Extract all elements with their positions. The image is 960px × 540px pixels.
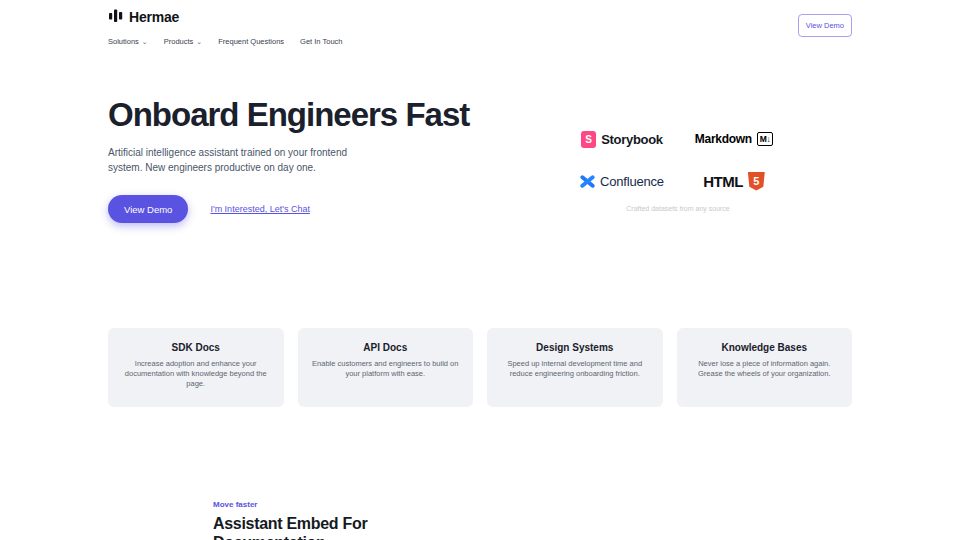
card-body: Speed up internal development time and r… [499, 359, 651, 379]
hermae-logo-icon [108, 8, 124, 25]
html5-logo: HTML 5 [678, 171, 790, 191]
brand-name: Hermae [129, 9, 179, 25]
nav-view-demo-button[interactable]: View Demo [798, 14, 852, 37]
html5-wordmark: HTML [703, 173, 743, 190]
embed-section: Move faster Assistant Embed For Document… [108, 500, 852, 540]
logo-wall: S Storybook Markdown M↓ Confluence [566, 129, 790, 223]
feature-cards: SDK Docs Increase adoption and enhance y… [108, 328, 852, 407]
hero-section: Onboard Engineers Fast Artificial intell… [108, 93, 852, 223]
landing-page: Hermae Solutions ⌄ Products ⌄ Frequent Q… [108, 0, 852, 540]
navbar: Hermae Solutions ⌄ Products ⌄ Frequent Q… [108, 0, 852, 46]
card-body: Increase adoption and enhance your docum… [120, 359, 272, 389]
nav-item-frequent-questions[interactable]: Frequent Questions [218, 37, 284, 46]
confluence-logo: Confluence [566, 171, 678, 191]
storybook-logo: S Storybook [566, 129, 678, 149]
nav-links: Solutions ⌄ Products ⌄ Frequent Question… [108, 37, 852, 46]
hero-subtitle: Artificial intelligence assistant traine… [108, 145, 376, 175]
section-eyebrow: Move faster [213, 500, 852, 509]
card-body: Enable customers and engineers to build … [309, 359, 461, 379]
card-design-systems: Design Systems Speed up internal develop… [487, 328, 663, 407]
hero-cta-row: View Demo I'm Interested, Let's Chat [108, 195, 566, 223]
storybook-wordmark: Storybook [601, 132, 663, 147]
card-sdk-docs: SDK Docs Increase adoption and enhance y… [108, 328, 284, 407]
card-body: Never lose a piece of information again.… [688, 359, 840, 379]
hero-copy: Onboard Engineers Fast Artificial intell… [108, 93, 566, 223]
markdown-icon: M↓ [757, 132, 773, 146]
nav-item-solutions[interactable]: Solutions ⌄ [108, 37, 148, 46]
confluence-icon [580, 174, 595, 189]
markdown-wordmark: Markdown [695, 132, 752, 146]
html5-icon: 5 [748, 172, 765, 191]
card-api-docs: API Docs Enable customers and engineers … [298, 328, 474, 407]
confluence-wordmark: Confluence [600, 174, 664, 189]
brand[interactable]: Hermae [108, 8, 179, 25]
hero-title: Onboard Engineers Fast [108, 93, 566, 137]
chevron-down-icon: ⌄ [142, 38, 148, 45]
card-title: Knowledge Bases [677, 342, 853, 353]
card-title: SDK Docs [108, 342, 284, 353]
nav-item-products[interactable]: Products ⌄ [164, 37, 202, 46]
hero-view-demo-button[interactable]: View Demo [108, 195, 188, 223]
card-title: Design Systems [487, 342, 663, 353]
section-title: Assistant Embed For Documentation [213, 514, 393, 540]
logo-wall-caption: Crafted datasets from any source [566, 205, 790, 212]
card-knowledge-bases: Knowledge Bases Never lose a piece of in… [677, 328, 853, 407]
card-title: API Docs [298, 342, 474, 353]
chevron-down-icon: ⌄ [196, 38, 202, 45]
hero-chat-link[interactable]: I'm Interested, Let's Chat [210, 204, 309, 214]
storybook-icon: S [581, 131, 596, 148]
markdown-logo: Markdown M↓ [678, 129, 790, 149]
nav-item-get-in-touch[interactable]: Get In Touch [300, 37, 342, 46]
